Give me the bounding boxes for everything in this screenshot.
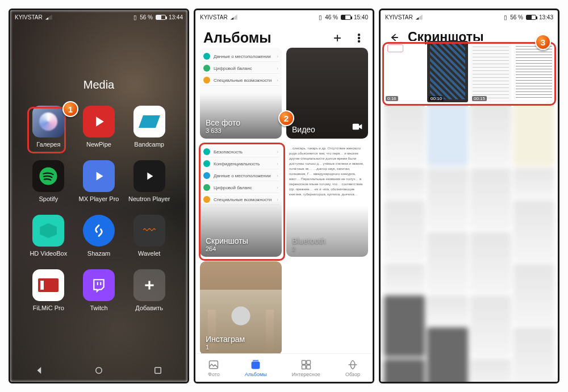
svg-rect-6 [353,124,359,130]
blur-overlay [381,107,558,382]
tab-label: Фото [208,372,220,377]
tab-overview[interactable]: Обзор [345,359,360,377]
neutron-icon [133,160,165,192]
shazam-icon [83,215,115,247]
album-thumb: …слесарь, токарь и др. Отсутствие женско… [289,146,365,254]
step-badge-2: 2 [278,110,294,126]
step-badge-1: 1 [62,101,78,117]
signal-icon [231,15,237,20]
battery-pct: 56 % [510,14,523,20]
app-label: Spotify [39,195,59,202]
signal-icon [416,15,423,20]
app-spotify[interactable]: Spotify [26,160,71,202]
vibrate-icon: ▯ [133,14,137,20]
clock: 15:40 [354,14,368,20]
app-neutron[interactable]: Neutron Player [127,160,172,202]
app-label: Wavelet [138,250,160,257]
back-icon[interactable] [35,365,45,376]
hdvideobox-icon [32,215,64,247]
svg-rect-2 [155,368,161,374]
clock: 13:43 [539,14,553,20]
album-count: 1 [206,344,245,351]
highlight-screenshots-album [199,143,285,261]
mxplayer-icon [83,160,115,192]
app-bandcamp[interactable]: Bandcamp [127,106,172,148]
svg-point-3 [358,34,360,35]
android-navbar [10,359,187,382]
album-bluetooth[interactable]: …слесарь, токарь и др. Отсутствие женско… [286,143,368,257]
app-mxplayer[interactable]: MX Player Pro [77,160,122,202]
svg-point-5 [358,40,360,42]
plus-icon [133,269,165,301]
svg-point-1 [96,368,102,374]
app-twitch[interactable]: Twitch [77,269,122,311]
video-icon [352,123,362,133]
more-icon[interactable] [353,32,365,44]
svg-rect-8 [252,362,260,369]
album-name: Все фото [206,118,240,127]
album-instagram[interactable]: Инстаграм 1 [200,261,282,355]
app-label: Добавить [135,305,163,311]
recents-icon[interactable] [153,365,163,376]
svg-rect-11 [302,365,306,369]
tab-label: Обзор [345,372,360,377]
wavelet-icon: 〰 [133,215,165,247]
app-wavelet[interactable]: 〰 Wavelet [127,215,172,257]
spotify-icon [32,160,64,192]
add-album-icon[interactable] [332,32,343,44]
app-label: MX Player Pro [79,195,119,202]
highlight-gallery [27,107,66,153]
vibrate-icon: ▯ [319,14,322,20]
app-hdvideobox[interactable]: HD VideoBox [26,215,71,257]
app-label: NewPipe [86,141,111,148]
highlight-top-thumbs [382,42,556,106]
app-add[interactable]: Добавить [127,269,172,311]
battery-pct: 56 % [140,14,153,20]
carrier-label: KYIVSTAR [15,14,43,20]
status-bar: KYIVSTAR ▯ 46 % 15:40 [195,10,373,24]
status-bar: KYIVSTAR ▯ 56 % 13:43 [381,10,558,24]
app-label: Neutron Player [128,195,170,202]
app-label: Bandcamp [134,141,164,148]
battery-icon [341,15,351,20]
album-count: 3 633 [206,127,240,134]
page-title: Альбомы [203,30,272,46]
status-bar: KYIVSTAR ▯ 56 % 13:44 [10,10,187,24]
folder-title: Media [10,78,187,91]
step-badge-3: 3 [535,34,551,50]
tab-photos[interactable]: Фото [208,359,220,377]
album-name: Инстаграм [206,335,245,344]
filmic-icon [32,269,64,301]
svg-rect-9 [302,360,306,364]
twitch-icon [83,269,115,301]
app-filmic[interactable]: FiLMiC Pro [26,269,71,311]
album-count: 2 [292,245,325,252]
phone-gallery-albums: KYIVSTAR ▯ 46 % 15:40 Альбомы Данные о м… [194,9,374,383]
app-label: Twitch [90,305,107,311]
svg-point-4 [358,37,360,39]
album-video[interactable]: Видео [286,48,368,139]
tab-label: Альбомы [245,372,267,377]
app-label: FiLMiC Pro [33,305,64,311]
battery-pct: 46 % [325,14,338,20]
signal-icon [45,15,52,20]
tab-albums[interactable]: Альбомы [245,359,267,377]
phone-homescreen: KYIVSTAR ▯ 56 % 13:44 Media Галерея NewP… [9,9,189,383]
app-label: Shazam [87,250,110,257]
clock: 13:44 [169,14,183,20]
carrier-label: KYIVSTAR [385,14,413,20]
newpipe-icon [83,106,115,137]
app-label: HD VideoBox [30,250,67,257]
phone-screenshots-album: KYIVSTAR ▯ 56 % 13:43 Скриншоты 0:16 00:… [379,9,559,383]
vibrate-icon: ▯ [504,14,507,20]
svg-rect-7 [210,361,218,368]
tab-label: Интересное [292,372,320,377]
svg-rect-10 [307,360,311,364]
app-shazam[interactable]: Shazam [77,215,122,257]
album-all-photos[interactable]: Данные о местоположении›Цифровой баланс›… [200,48,282,139]
carrier-label: KYIVSTAR [200,14,228,20]
tab-interesting[interactable]: Интересное [292,359,320,377]
album-name: Bluetooth [292,236,325,245]
app-newpipe[interactable]: NewPipe [77,106,122,148]
home-icon[interactable] [94,365,104,376]
